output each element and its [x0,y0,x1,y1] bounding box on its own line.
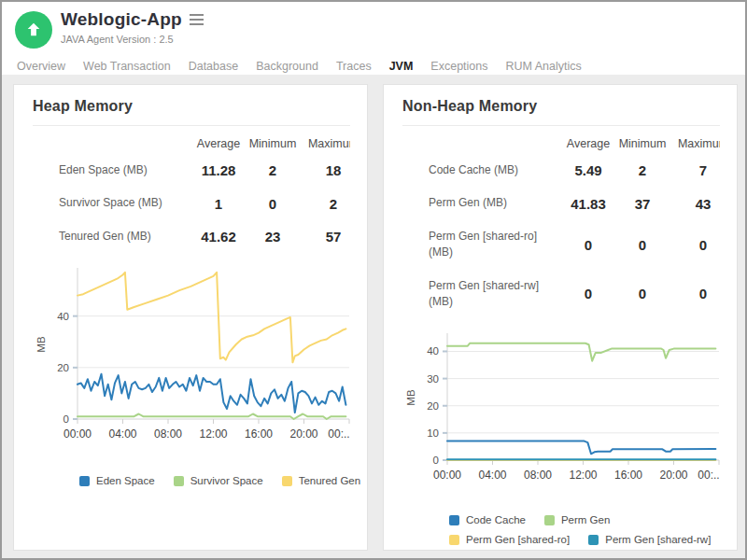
row-label-eden-space: Eden Space (MB) [33,154,191,187]
heap-chart-legend: Eden SpaceSurvivor SpaceTenured Gen [79,475,367,486]
svg-text:20: 20 [427,400,439,412]
legend-swatch [544,515,555,525]
row-label-perm-gen-shared-rw: Perm Gen [shared-rw] (MB) [402,270,561,319]
svg-text:00:00: 00:00 [433,469,461,482]
page-title: Weblogic-App [61,9,182,30]
legend-item-perm-gen-shared-ro[interactable]: Perm Gen [shared-ro] [449,534,570,545]
legend-item-eden-space[interactable]: Eden Space [79,475,155,486]
legend-item-perm-gen-shared-rw[interactable]: Perm Gen [shared-rw] [588,534,711,545]
perm-gen-minimum: 37 [615,187,669,219]
legend-swatch [449,535,459,545]
divider [402,125,720,126]
column-header-minimum: Minimum [615,132,669,154]
svg-text:00:..: 00:.. [328,427,349,441]
perm-gen-average: 41.83 [561,187,615,219]
code-cache-maximum: 7 [669,154,720,187]
svg-text:40: 40 [57,311,69,322]
eden-space-average: 11.28 [191,154,246,187]
svg-text:08:00: 08:00 [154,427,182,441]
legend-label: Perm Gen [shared-rw] [605,534,711,545]
perm-gen-shared-rw-average: 0 [561,270,615,319]
row-label-code-cache: Code Cache (MB) [402,154,561,187]
row-label-perm-gen: Perm Gen (MB) [402,187,561,219]
svg-text:40: 40 [427,346,439,357]
perm-gen-shared-ro-average: 0 [561,220,615,270]
legend-item-perm-gen[interactable]: Perm Gen [544,514,610,525]
perm-gen-shared-ro-maximum: 0 [669,220,720,270]
perm-gen-maximum: 43 [669,187,720,219]
svg-text:0: 0 [433,455,439,466]
divider [33,125,350,126]
row-label-perm-gen-shared-ro: Perm Gen [shared-ro] (MB) [402,220,561,270]
svg-text:20: 20 [57,362,69,373]
svg-text:00:00: 00:00 [63,427,92,441]
non-heap-panel-title: Non-Heap Memory [402,98,737,115]
survivor-space-minimum: 0 [246,187,300,219]
svg-text:04:00: 04:00 [478,469,506,482]
legend-label: Perm Gen [561,514,610,525]
survivor-space-maximum: 2 [300,187,350,219]
svg-text:30: 30 [427,373,439,385]
column-header-maximum: Maximum [300,132,350,154]
perm-gen-shared-rw-maximum: 0 [669,270,720,319]
column-header-average: Average [561,132,615,154]
svg-text:08:00: 08:00 [524,469,552,482]
non-heap-memory-chart[interactable]: 01020304000:0004:0008:0012:0016:0020:000… [402,328,737,488]
legend-item-survivor-space[interactable]: Survivor Space [174,475,263,486]
tenured-gen-average: 41.62 [191,220,246,253]
svg-text:20:00: 20:00 [659,469,687,482]
svg-text:0: 0 [63,413,69,425]
non-heap-memory-panel: Non-Heap Memory Average Minimum Maximum … [383,84,738,551]
legend-label: Survivor Space [190,475,263,486]
heap-memory-panel: Heap Memory Average Minimum Maximum Eden… [13,84,368,551]
app-status-icon[interactable] [15,11,52,49]
code-cache-average: 5.49 [561,154,615,187]
heap-metrics-table: Average Minimum Maximum Eden Space (MB) … [33,132,350,253]
svg-text:04:00: 04:00 [108,427,136,441]
tenured-gen-minimum: 23 [246,220,300,253]
perm-gen-shared-ro-minimum: 0 [615,220,669,270]
svg-text:12:00: 12:00 [199,427,227,441]
survivor-space-average: 1 [191,187,246,219]
svg-text:16:00: 16:00 [614,469,642,482]
main-content: Heap Memory Average Minimum Maximum Eden… [2,75,745,558]
eden-space-minimum: 2 [246,154,300,187]
svg-text:MB: MB [405,389,416,406]
svg-text:12:00: 12:00 [569,469,597,482]
agent-version-label: JAVA Agent Version : 2.5 [61,34,204,45]
heap-memory-chart[interactable]: 0204000:0004:0008:0012:0016:0020:0000:..… [33,262,367,447]
eden-space-maximum: 18 [300,154,350,187]
legend-label: Perm Gen [shared-ro] [466,534,570,545]
legend-swatch [79,476,90,486]
legend-label: Tenured Gen [299,475,361,486]
legend-swatch [174,476,184,486]
legend-swatch [282,476,292,486]
svg-text:MB: MB [35,336,47,353]
svg-text:00:..: 00:.. [698,469,719,482]
legend-label: Eden Space [96,475,155,486]
perm-gen-shared-rw-minimum: 0 [615,270,669,319]
legend-label: Code Cache [466,514,526,525]
non-heap-chart-legend: Code CachePerm GenPerm Gen [shared-ro]Pe… [449,514,729,545]
column-header-minimum: Minimum [246,132,300,154]
up-arrow-icon [25,21,42,38]
column-header-average: Average [191,132,246,154]
hamburger-menu-icon[interactable] [190,11,204,28]
tenured-gen-maximum: 57 [300,220,350,253]
row-label-survivor-space: Survivor Space (MB) [33,187,191,219]
non-heap-metrics-table: Average Minimum Maximum Code Cache (MB) … [402,132,720,318]
svg-text:10: 10 [427,427,439,439]
legend-swatch [449,515,459,525]
svg-text:20:00: 20:00 [289,427,317,441]
legend-swatch [588,535,599,545]
legend-item-code-cache[interactable]: Code Cache [449,514,526,525]
row-label-tenured-gen: Tenured Gen (MB) [33,220,191,253]
app-header: Weblogic-App JAVA Agent Version : 2.5 Ov… [2,2,745,84]
column-header-maximum: Maximum [669,132,720,154]
svg-text:16:00: 16:00 [245,427,273,441]
heap-panel-title: Heap Memory [33,98,367,115]
code-cache-minimum: 2 [615,154,669,187]
legend-item-tenured-gen[interactable]: Tenured Gen [282,475,361,486]
